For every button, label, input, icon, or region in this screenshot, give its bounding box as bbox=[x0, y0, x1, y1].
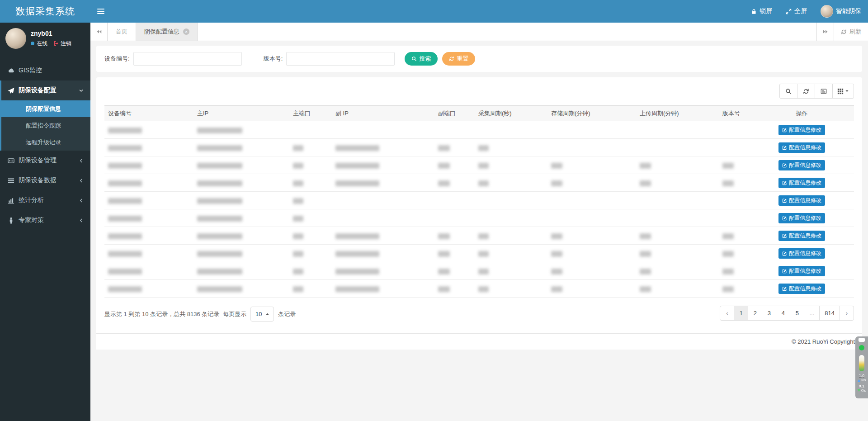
redacted-value bbox=[197, 198, 242, 204]
table-cell bbox=[434, 139, 475, 156]
edit-config-button[interactable]: 配置信息修改 bbox=[778, 142, 825, 153]
redacted-value bbox=[478, 269, 489, 274]
redacted-value bbox=[197, 251, 242, 257]
redacted-value bbox=[438, 286, 450, 292]
page-button[interactable]: 814 bbox=[819, 306, 840, 321]
page-button[interactable]: 3 bbox=[762, 306, 776, 321]
page-button[interactable]: 2 bbox=[748, 306, 762, 321]
sidebar-item-device-data[interactable]: 阴保设备数据 bbox=[1, 170, 90, 190]
page-button[interactable]: 5 bbox=[790, 306, 804, 321]
edit-config-button[interactable]: 配置信息修改 bbox=[778, 195, 825, 206]
redacted-value bbox=[438, 163, 450, 169]
column-header: 主端口 bbox=[289, 106, 332, 121]
table-search-button[interactable] bbox=[779, 84, 797, 99]
table-cell bbox=[332, 245, 434, 262]
sidebar: znyb01 在线 注销 GIS监控阴保设备配置阴保配置信息配置指令跟踪远程升级… bbox=[0, 23, 90, 421]
edit-config-button[interactable]: 配置信息修改 bbox=[778, 178, 825, 188]
sign-out-icon bbox=[53, 41, 59, 46]
net-speed-widget: 1.0 K/s 0.1 K/s bbox=[855, 336, 868, 398]
tabs-scroll-forward-button[interactable] bbox=[816, 23, 834, 41]
table-cell bbox=[475, 174, 547, 192]
tab-home[interactable]: 首页 bbox=[108, 23, 136, 41]
cloud-icon bbox=[8, 67, 14, 74]
sidebar-item-device-manage[interactable]: 阴保设备管理 bbox=[1, 151, 90, 170]
sidebar-item-expert-strategy[interactable]: 专家对策 bbox=[1, 210, 90, 230]
table-cell bbox=[434, 262, 475, 280]
tab-config-info[interactable]: 阴保配置信息× bbox=[136, 23, 198, 41]
user-menu[interactable]: 智能阴保 bbox=[814, 0, 868, 23]
lock-screen-button[interactable]: 锁屏 bbox=[744, 0, 779, 23]
sidebar-item-device-config[interactable]: 阴保设备配置 bbox=[1, 80, 90, 100]
table-row: 配置信息修改 bbox=[104, 280, 854, 298]
page-prev-button[interactable]: ‹ bbox=[720, 306, 734, 321]
table-cell bbox=[719, 245, 750, 262]
table-cell bbox=[104, 280, 193, 298]
redacted-value bbox=[197, 145, 242, 151]
edit-config-button[interactable]: 配置信息修改 bbox=[778, 248, 825, 259]
refresh-tab-button[interactable]: 刷新 bbox=[834, 23, 868, 41]
search-form: 设备编号: 版本号: 搜索 重置 bbox=[96, 46, 862, 72]
table-refresh-button[interactable] bbox=[797, 84, 815, 99]
edit-config-button[interactable]: 配置信息修改 bbox=[778, 213, 825, 223]
device-code-input[interactable] bbox=[133, 52, 242, 66]
close-icon[interactable]: × bbox=[183, 28, 189, 35]
sidebar-subitem-config-info[interactable]: 阴保配置信息 bbox=[1, 100, 90, 117]
page-size-select[interactable]: 10 bbox=[250, 307, 274, 322]
edit-config-button[interactable]: 配置信息修改 bbox=[778, 284, 825, 294]
config-table: 设备编号主IP主端口副 IP副端口采集周期(秒)存储周期(分钟)上传周期(分钟)… bbox=[104, 105, 854, 298]
redacted-value bbox=[108, 233, 142, 239]
redacted-value bbox=[293, 216, 303, 222]
sidebar-item-stats-analysis[interactable]: 统计分析 bbox=[1, 190, 90, 210]
edit-config-button[interactable]: 配置信息修改 bbox=[778, 160, 825, 170]
page-next-button[interactable]: › bbox=[840, 306, 854, 321]
sidebar-subitem-remote-upgrade-log[interactable]: 远程升级记录 bbox=[1, 134, 90, 151]
column-header: 版本号 bbox=[719, 106, 750, 121]
page-button[interactable]: 1 bbox=[734, 306, 748, 321]
redacted-value bbox=[293, 163, 303, 169]
edit-config-label: 配置信息修改 bbox=[789, 197, 821, 204]
redacted-value bbox=[438, 145, 450, 151]
table-row: 配置信息修改 bbox=[104, 245, 854, 262]
table-cell bbox=[104, 262, 193, 280]
toggle-detail-view-button[interactable] bbox=[815, 84, 833, 99]
edit-config-label: 配置信息修改 bbox=[789, 267, 821, 275]
redacted-value bbox=[478, 145, 489, 151]
forward-icon bbox=[823, 29, 828, 34]
table-cell bbox=[193, 262, 289, 280]
table-cell bbox=[719, 156, 750, 174]
sidebar-item-label: GIS监控 bbox=[19, 66, 42, 75]
sidebar-subitem-config-command-trace[interactable]: 配置指令跟踪 bbox=[1, 117, 90, 134]
table-row: 配置信息修改 bbox=[104, 227, 854, 245]
table-cell bbox=[547, 227, 636, 245]
edit-config-button[interactable]: 配置信息修改 bbox=[778, 266, 825, 276]
table-cell bbox=[719, 262, 750, 280]
reset-button[interactable]: 重置 bbox=[442, 52, 475, 66]
table-cell bbox=[104, 139, 193, 156]
table-cell bbox=[289, 280, 332, 298]
edit-icon bbox=[782, 269, 787, 274]
table-cell bbox=[547, 139, 636, 156]
table-cell bbox=[547, 209, 636, 227]
logout-button[interactable]: 注销 bbox=[53, 40, 71, 47]
table-cell bbox=[104, 192, 193, 209]
table-row: 配置信息修改 bbox=[104, 156, 854, 174]
table-row: 配置信息修改 bbox=[104, 192, 854, 209]
edit-config-button[interactable]: 配置信息修改 bbox=[778, 231, 825, 241]
search-button[interactable]: 搜索 bbox=[405, 52, 438, 66]
table-cell bbox=[636, 227, 719, 245]
sidebar-item-gis-monitor[interactable]: GIS监控 bbox=[1, 61, 90, 80]
fullscreen-button[interactable]: 全屏 bbox=[779, 0, 814, 23]
page-button[interactable]: 4 bbox=[776, 306, 790, 321]
backward-icon bbox=[96, 29, 102, 34]
version-input[interactable] bbox=[286, 52, 395, 66]
tabs-scroll-back-button[interactable] bbox=[90, 23, 108, 41]
sidebar-toggle-button[interactable] bbox=[90, 0, 111, 23]
edit-config-button[interactable]: 配置信息修改 bbox=[778, 125, 825, 135]
redacted-value bbox=[335, 180, 379, 186]
columns-button[interactable] bbox=[832, 84, 854, 99]
table-row: 配置信息修改 bbox=[104, 121, 854, 139]
table-toolbar bbox=[104, 77, 854, 105]
table-cell bbox=[636, 262, 719, 280]
username: znyb01 bbox=[31, 30, 71, 37]
table-cell bbox=[193, 192, 289, 209]
